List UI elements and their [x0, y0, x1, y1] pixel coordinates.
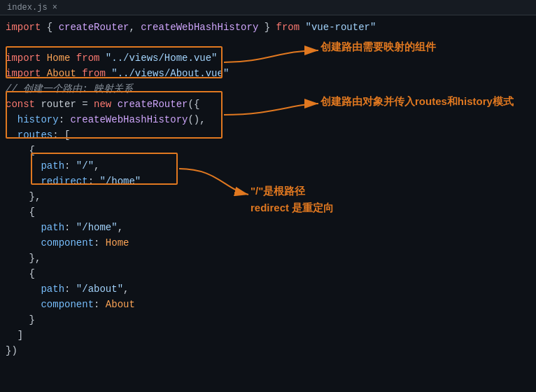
line-5-text: // 创建一个路由: 映射关系: [6, 81, 133, 97]
code-line-10: path: "/",: [0, 158, 536, 174]
line-10-text: path: "/",: [6, 158, 99, 174]
code-editor: index.js × import { createRouter, create…: [0, 0, 536, 392]
line-19-text: component: About: [6, 297, 135, 312]
line-18-text: path: "/about",: [6, 281, 129, 297]
line-16-text: },: [6, 251, 41, 266]
line-22-text: }): [6, 343, 17, 358]
code-line-17: {: [0, 266, 536, 281]
code-line-7: history: createWebHashHistory(),: [0, 112, 536, 127]
code-line-8: routes: [: [0, 127, 536, 143]
code-line-13: {: [0, 204, 536, 220]
line-4-text: import About from "../views/About.vue": [6, 66, 229, 81]
code-line-3: import Home from "../views/Home.vue": [0, 50, 536, 66]
code-line-21: ]: [0, 328, 536, 343]
code-line-4: import About from "../views/About.vue": [0, 66, 536, 81]
line-8-text: routes: [: [6, 127, 70, 143]
code-line-19: component: About: [0, 297, 536, 312]
code-line-16: },: [0, 251, 536, 266]
code-line-6: const router = new createRouter({: [0, 97, 536, 112]
line-20-text: }: [6, 312, 35, 328]
code-line-12: },: [0, 189, 536, 204]
line-13-text: {: [6, 204, 35, 220]
code-line-20: }: [0, 312, 536, 328]
line-1-text: import { createRouter, createWebHashHist…: [6, 20, 376, 35]
code-line-18: path: "/about",: [0, 281, 536, 297]
line-11-text: redirect: "/home": [6, 174, 141, 189]
line-14-text: path: "/home",: [6, 220, 123, 235]
line-21-text: ]: [6, 328, 23, 343]
line-15-text: component: Home: [6, 235, 129, 251]
tab-filename: index.js ×: [7, 3, 57, 13]
line-6-text: const router = new createRouter({: [6, 97, 199, 112]
code-line-22: }): [0, 343, 536, 358]
code-line-14: path: "/home",: [0, 220, 536, 235]
line-7-text: history: createWebHashHistory(),: [6, 112, 206, 127]
code-line-15: component: Home: [0, 235, 536, 251]
line-9-text: {: [6, 143, 35, 158]
line-12-text: },: [6, 189, 41, 204]
code-line-2: [0, 35, 536, 50]
code-content: import { createRouter, createWebHashHist…: [0, 15, 536, 363]
code-line-11: redirect: "/home": [0, 174, 536, 189]
code-line-9: {: [0, 143, 536, 158]
code-line-1: import { createRouter, createWebHashHist…: [0, 20, 536, 35]
line-3-text: import Home from "../views/Home.vue": [6, 50, 218, 66]
tab-bar: index.js ×: [0, 0, 536, 15]
line-17-text: {: [6, 266, 35, 281]
code-line-5: // 创建一个路由: 映射关系: [0, 81, 536, 97]
